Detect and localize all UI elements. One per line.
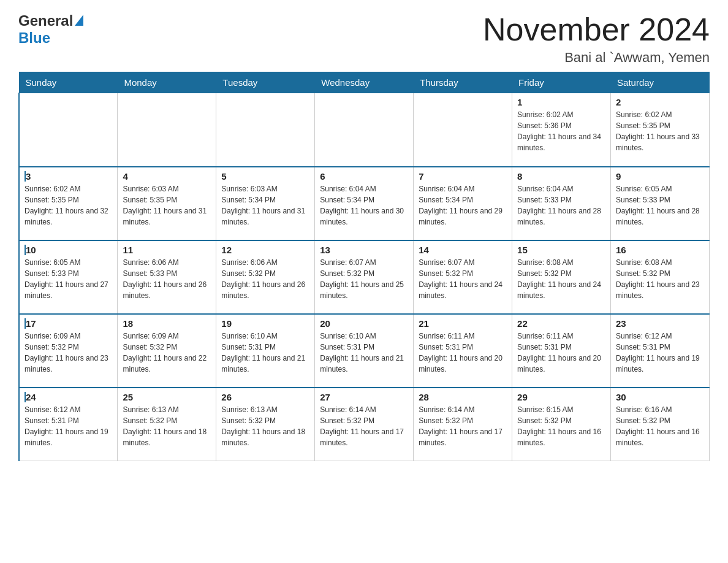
day-info: Sunrise: 6:12 AM Sunset: 5:31 PM Dayligh… <box>616 331 704 375</box>
day-number: 19 <box>221 318 309 329</box>
day-number: 5 <box>221 171 309 182</box>
day-number: 2 <box>616 97 704 107</box>
calendar-day-cell: 11Sunrise: 6:06 AM Sunset: 5:33 PM Dayli… <box>118 240 216 314</box>
calendar-day-cell: 25Sunrise: 6:13 AM Sunset: 5:32 PM Dayli… <box>118 388 216 461</box>
weekday-header-monday: Monday <box>118 72 216 93</box>
day-number: 11 <box>123 245 211 255</box>
calendar-table: SundayMondayTuesdayWednesdayThursdayFrid… <box>18 72 710 461</box>
day-info: Sunrise: 6:08 AM Sunset: 5:32 PM Dayligh… <box>517 257 605 301</box>
weekday-header-row: SundayMondayTuesdayWednesdayThursdayFrid… <box>19 72 710 93</box>
calendar-day-cell: 6Sunrise: 6:04 AM Sunset: 5:34 PM Daylig… <box>315 167 414 240</box>
day-number: 20 <box>320 318 408 329</box>
calendar-day-cell: 7Sunrise: 6:04 AM Sunset: 5:34 PM Daylig… <box>414 167 512 240</box>
day-number: 22 <box>517 318 605 329</box>
calendar-day-cell: 4Sunrise: 6:03 AM Sunset: 5:35 PM Daylig… <box>118 167 216 240</box>
day-number: 30 <box>616 392 704 402</box>
calendar-header: SundayMondayTuesdayWednesdayThursdayFrid… <box>19 72 710 93</box>
day-info: Sunrise: 6:05 AM Sunset: 5:33 PM Dayligh… <box>616 183 704 228</box>
calendar-week-row: 1Sunrise: 6:02 AM Sunset: 5:36 PM Daylig… <box>19 93 710 167</box>
calendar-day-cell: 19Sunrise: 6:10 AM Sunset: 5:31 PM Dayli… <box>216 314 315 388</box>
calendar-day-cell: 24Sunrise: 6:12 AM Sunset: 5:31 PM Dayli… <box>19 388 118 461</box>
day-number: 9 <box>616 171 704 182</box>
calendar-day-cell: 14Sunrise: 6:07 AM Sunset: 5:32 PM Dayli… <box>414 240 512 314</box>
calendar-day-cell: 16Sunrise: 6:08 AM Sunset: 5:32 PM Dayli… <box>611 240 710 314</box>
day-info: Sunrise: 6:10 AM Sunset: 5:31 PM Dayligh… <box>221 331 309 375</box>
page-header: General Blue November 2024 Bani al `Awwa… <box>18 12 710 66</box>
calendar-day-cell: 26Sunrise: 6:13 AM Sunset: 5:32 PM Dayli… <box>216 388 315 461</box>
calendar-day-cell: 22Sunrise: 6:11 AM Sunset: 5:31 PM Dayli… <box>512 314 611 388</box>
calendar-body: 1Sunrise: 6:02 AM Sunset: 5:36 PM Daylig… <box>19 93 710 461</box>
calendar-day-cell: 17Sunrise: 6:09 AM Sunset: 5:32 PM Dayli… <box>19 314 118 388</box>
calendar-day-cell <box>118 93 216 167</box>
title-section: November 2024 Bani al `Awwam, Yemen <box>483 12 710 66</box>
day-number: 28 <box>419 392 507 402</box>
calendar-day-cell: 29Sunrise: 6:15 AM Sunset: 5:32 PM Dayli… <box>512 388 611 461</box>
day-number: 17 <box>25 318 112 329</box>
location-subtitle: Bani al `Awwam, Yemen <box>483 50 710 66</box>
day-number: 23 <box>616 318 704 329</box>
calendar-day-cell: 2Sunrise: 6:02 AM Sunset: 5:35 PM Daylig… <box>611 93 710 167</box>
calendar-day-cell: 18Sunrise: 6:09 AM Sunset: 5:32 PM Dayli… <box>118 314 216 388</box>
day-info: Sunrise: 6:13 AM Sunset: 5:32 PM Dayligh… <box>221 404 309 448</box>
month-title: November 2024 <box>483 12 710 47</box>
calendar-day-cell <box>315 93 414 167</box>
calendar-week-row: 3Sunrise: 6:02 AM Sunset: 5:35 PM Daylig… <box>19 167 710 240</box>
day-info: Sunrise: 6:08 AM Sunset: 5:32 PM Dayligh… <box>616 257 704 301</box>
calendar-day-cell: 15Sunrise: 6:08 AM Sunset: 5:32 PM Dayli… <box>512 240 611 314</box>
calendar-day-cell: 12Sunrise: 6:06 AM Sunset: 5:32 PM Dayli… <box>216 240 315 314</box>
day-number: 13 <box>320 245 408 255</box>
calendar-day-cell: 23Sunrise: 6:12 AM Sunset: 5:31 PM Dayli… <box>611 314 710 388</box>
day-info: Sunrise: 6:09 AM Sunset: 5:32 PM Dayligh… <box>123 331 211 375</box>
logo-triangle-icon <box>75 15 83 26</box>
day-info: Sunrise: 6:07 AM Sunset: 5:32 PM Dayligh… <box>419 257 507 301</box>
calendar-day-cell <box>19 93 118 167</box>
day-info: Sunrise: 6:09 AM Sunset: 5:32 PM Dayligh… <box>25 331 112 375</box>
calendar-day-cell: 30Sunrise: 6:16 AM Sunset: 5:32 PM Dayli… <box>611 388 710 461</box>
calendar-day-cell: 5Sunrise: 6:03 AM Sunset: 5:34 PM Daylig… <box>216 167 315 240</box>
day-info: Sunrise: 6:04 AM Sunset: 5:34 PM Dayligh… <box>419 183 507 228</box>
weekday-header-saturday: Saturday <box>611 72 710 93</box>
day-info: Sunrise: 6:03 AM Sunset: 5:34 PM Dayligh… <box>221 183 309 228</box>
day-number: 4 <box>123 171 211 182</box>
day-info: Sunrise: 6:11 AM Sunset: 5:31 PM Dayligh… <box>419 331 507 375</box>
weekday-header-tuesday: Tuesday <box>216 72 315 93</box>
day-number: 10 <box>25 245 112 255</box>
calendar-week-row: 17Sunrise: 6:09 AM Sunset: 5:32 PM Dayli… <box>19 314 710 388</box>
day-info: Sunrise: 6:11 AM Sunset: 5:31 PM Dayligh… <box>517 331 605 375</box>
day-number: 1 <box>517 97 605 107</box>
day-info: Sunrise: 6:06 AM Sunset: 5:33 PM Dayligh… <box>123 257 211 301</box>
day-info: Sunrise: 6:13 AM Sunset: 5:32 PM Dayligh… <box>123 404 211 448</box>
day-number: 18 <box>123 318 211 329</box>
weekday-header-sunday: Sunday <box>19 72 118 93</box>
weekday-header-thursday: Thursday <box>414 72 512 93</box>
day-number: 29 <box>517 392 605 402</box>
day-info: Sunrise: 6:07 AM Sunset: 5:32 PM Dayligh… <box>320 257 408 301</box>
day-info: Sunrise: 6:15 AM Sunset: 5:32 PM Dayligh… <box>517 404 605 448</box>
calendar-week-row: 24Sunrise: 6:12 AM Sunset: 5:31 PM Dayli… <box>19 388 710 461</box>
day-info: Sunrise: 6:16 AM Sunset: 5:32 PM Dayligh… <box>616 404 704 448</box>
day-number: 24 <box>25 392 112 402</box>
calendar-day-cell: 21Sunrise: 6:11 AM Sunset: 5:31 PM Dayli… <box>414 314 512 388</box>
day-number: 21 <box>419 318 507 329</box>
day-info: Sunrise: 6:14 AM Sunset: 5:32 PM Dayligh… <box>419 404 507 448</box>
logo-general-text: General <box>18 12 73 29</box>
day-number: 26 <box>221 392 309 402</box>
day-number: 15 <box>517 245 605 255</box>
day-info: Sunrise: 6:06 AM Sunset: 5:32 PM Dayligh… <box>221 257 309 301</box>
day-number: 14 <box>419 245 507 255</box>
day-number: 6 <box>320 171 408 182</box>
calendar-day-cell: 28Sunrise: 6:14 AM Sunset: 5:32 PM Dayli… <box>414 388 512 461</box>
day-number: 7 <box>419 171 507 182</box>
day-number: 25 <box>123 392 211 402</box>
day-number: 3 <box>25 171 112 182</box>
calendar-day-cell: 3Sunrise: 6:02 AM Sunset: 5:35 PM Daylig… <box>19 167 118 240</box>
logo-blue-text: Blue <box>18 29 50 46</box>
day-info: Sunrise: 6:05 AM Sunset: 5:33 PM Dayligh… <box>25 257 112 301</box>
day-number: 12 <box>221 245 309 255</box>
weekday-header-wednesday: Wednesday <box>315 72 414 93</box>
day-info: Sunrise: 6:14 AM Sunset: 5:32 PM Dayligh… <box>320 404 408 448</box>
day-info: Sunrise: 6:04 AM Sunset: 5:33 PM Dayligh… <box>517 183 605 228</box>
day-number: 27 <box>320 392 408 402</box>
calendar-day-cell <box>414 93 512 167</box>
day-number: 16 <box>616 245 704 255</box>
